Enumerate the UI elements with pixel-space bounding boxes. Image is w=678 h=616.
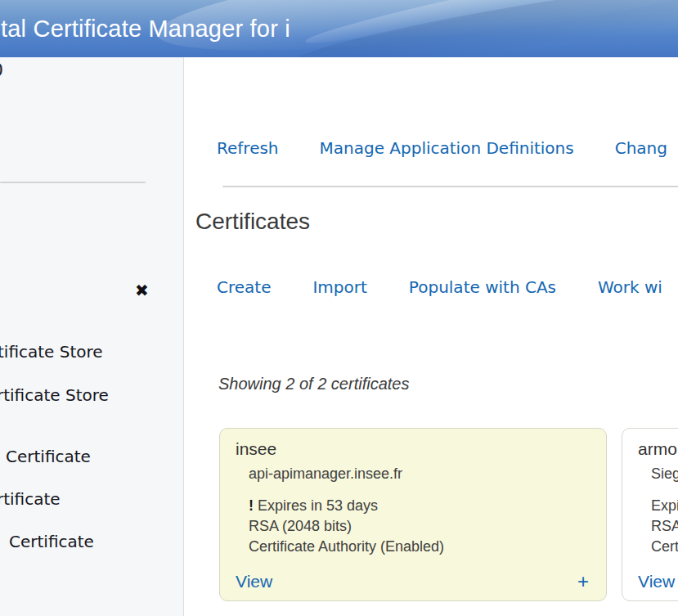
certificate-type-line: Certificate Authority (Enabled) <box>249 537 444 557</box>
top-toolbar: Refresh Manage Application Definitions C… <box>217 138 667 158</box>
certificate-type-line: Cert <box>651 537 678 557</box>
certificate-expiry-line: ! Expires in 53 days <box>249 496 444 516</box>
create-link[interactable]: Create <box>217 277 271 297</box>
certificate-expiry-line: Expi <box>651 496 678 516</box>
certificate-subject: api-apimanager.insee.fr <box>249 465 402 483</box>
certificate-details: Expi RSA Cert <box>651 496 678 557</box>
manage-application-definitions-link[interactable]: Manage Application Definitions <box>320 138 574 158</box>
app-title: tal Certificate Manager for i <box>1 16 290 43</box>
sidebar: 0 ✖ tificate Store rtificate Store Certi… <box>0 57 184 616</box>
toolbar-divider <box>222 186 678 187</box>
sidebar-item-certificate-2[interactable]: rtificate <box>0 489 61 509</box>
sidebar-item-certificate-store-2[interactable]: rtificate Store <box>0 385 109 405</box>
certificate-key-line: RSA <box>651 516 678 537</box>
certificate-card-insee[interactable]: insee api-apimanager.insee.fr ! Expires … <box>219 428 607 601</box>
certificate-key-line: RSA (2048 bits) <box>249 516 444 537</box>
expand-plus-icon[interactable]: + <box>577 572 589 591</box>
page-title: Certificates <box>195 209 310 235</box>
sidebar-item-certificate-1[interactable]: Certificate <box>6 447 91 466</box>
refresh-link[interactable]: Refresh <box>217 138 279 158</box>
import-link[interactable]: Import <box>312 277 366 297</box>
sidebar-item-certificate-3[interactable]: Certificate <box>9 532 94 551</box>
certificates-actions: Create Import Populate with CAs Work wi <box>217 277 662 297</box>
work-with-link-clipped[interactable]: Work wi <box>598 277 662 297</box>
certificate-name: insee <box>236 439 276 459</box>
app-header: tal Certificate Manager for i <box>0 0 678 57</box>
certificate-card-list: insee api-apimanager.insee.fr ! Expires … <box>219 428 678 601</box>
certificate-name: armo <box>638 439 677 459</box>
certificates-count-summary: Showing 2 of 2 certificates <box>218 375 409 393</box>
certificate-details: ! Expires in 53 days RSA (2048 bits) Cer… <box>249 496 444 557</box>
certificate-card-armo[interactable]: armo Sieg Expi RSA Cert View + <box>622 428 678 601</box>
view-certificate-link[interactable]: View <box>236 572 272 591</box>
populate-with-cas-link[interactable]: Populate with CAs <box>409 277 556 297</box>
change-link-clipped[interactable]: Chang <box>615 138 667 158</box>
close-icon[interactable]: ✖ <box>135 281 149 300</box>
sidebar-item-certificate-store-1[interactable]: tificate Store <box>0 342 103 362</box>
sidebar-hostname-partial: 0 <box>0 60 3 80</box>
main-content: Refresh Manage Application Definitions C… <box>185 57 678 616</box>
sidebar-divider <box>0 182 146 183</box>
dcm-page: tal Certificate Manager for i 0 ✖ tifica… <box>0 0 678 616</box>
view-certificate-link[interactable]: View <box>638 572 675 591</box>
expiry-text: Expires in 53 days <box>254 497 378 514</box>
certificate-subject: Sieg <box>651 465 678 483</box>
